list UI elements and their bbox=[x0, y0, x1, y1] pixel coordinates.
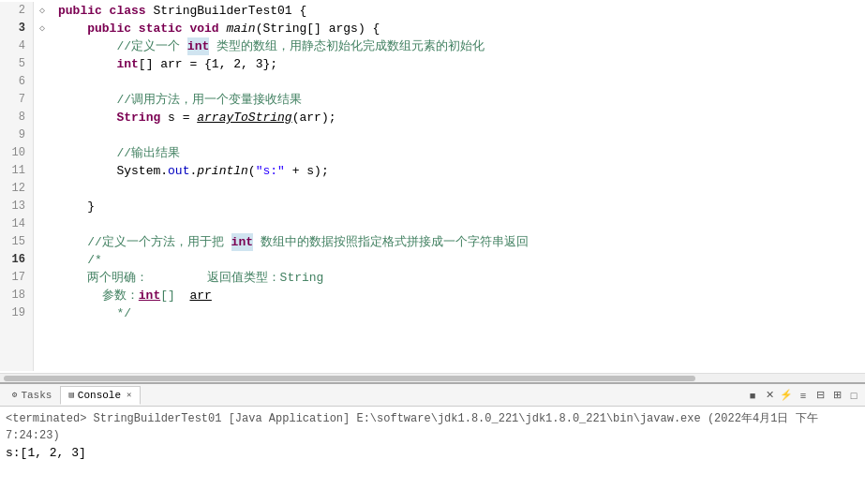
println-open: ( bbox=[248, 162, 256, 180]
method-arraytostring: arrayToString bbox=[197, 109, 291, 126]
comment-18b: [] bbox=[160, 287, 189, 304]
line-num-3: 3 bbox=[4, 20, 25, 37]
indent-8 bbox=[58, 109, 116, 126]
line-num-4: 4 bbox=[4, 37, 25, 55]
code-line-4: //定义一个 int 类型的数组，用静态初始化完成数组元素的初始化 bbox=[58, 37, 858, 55]
fold-arrow-16[interactable]: ◇ bbox=[34, 20, 51, 37]
code-line-5: int[] arr = {1, 2, 3}; bbox=[58, 55, 858, 73]
kw-public-3: public bbox=[87, 20, 139, 37]
console-output-text: s:[1, 2, 3] bbox=[6, 444, 859, 463]
comment-18a: 参数： bbox=[58, 287, 139, 304]
code-line-3: public static void main(String[] args) { bbox=[58, 20, 858, 37]
restore-button[interactable]: □ bbox=[846, 388, 861, 403]
kw-class: class bbox=[110, 2, 154, 20]
type-int: int bbox=[116, 55, 138, 73]
fold-arrow-3[interactable]: ◇ bbox=[34, 2, 51, 20]
tab-console[interactable]: ▤ Console ✕ bbox=[60, 386, 140, 405]
line-num-2: 2 bbox=[4, 2, 25, 20]
line-num-15: 15 bbox=[4, 233, 25, 251]
tasks-icon: ⚙ bbox=[12, 390, 17, 400]
arr-decl: [] arr = {1, 2, 3}; bbox=[139, 55, 277, 73]
tab-console-label: Console bbox=[78, 390, 121, 401]
editor-scrollbar-thumb[interactable] bbox=[4, 376, 695, 381]
console-terminated-text: <terminated> StringBuilderTest01 [Java A… bbox=[6, 410, 859, 444]
code-container: 2 3 4 5 6 7 8 9 10 11 12 13 14 15 16 17 … bbox=[0, 0, 865, 373]
line-num-18: 18 bbox=[4, 287, 25, 304]
main-params: (String[] args) { bbox=[256, 20, 380, 37]
method-main: main bbox=[226, 20, 255, 37]
keyword-int-15: int bbox=[231, 233, 253, 251]
tab-bar-right: ■ ✕ ⚡ ≡ ⊟ ⊞ □ bbox=[745, 388, 861, 403]
indent-11 bbox=[58, 162, 116, 180]
code-line-7: //调用方法，用一个变量接收结果 bbox=[58, 91, 858, 109]
line-numbers: 2 3 4 5 6 7 8 9 10 11 12 13 14 15 16 17 … bbox=[0, 2, 34, 371]
line-num-7: 7 bbox=[4, 91, 25, 109]
code-line-10: //输出结果 bbox=[58, 144, 858, 162]
code-line-16: /* bbox=[58, 251, 858, 269]
comment-15a: //定义一个方法，用于把 bbox=[58, 233, 231, 251]
line-num-9: 9 bbox=[4, 126, 25, 144]
close-brace-13: } bbox=[58, 198, 95, 215]
line-num-17: 17 bbox=[4, 269, 25, 287]
empty-6 bbox=[58, 73, 66, 91]
code-line-2: public class StringBuilderTest01 { bbox=[58, 2, 858, 20]
empty-12 bbox=[58, 180, 66, 198]
bottom-panel: ⚙ Tasks ▤ Console ✕ ■ ✕ ⚡ ≡ ⊟ ⊞ □ <termi… bbox=[0, 382, 865, 504]
param-arr: arr bbox=[189, 287, 211, 304]
keyword-int-highlighted: int bbox=[187, 37, 209, 55]
clear-button[interactable]: ≡ bbox=[796, 388, 811, 403]
line-num-16: 16 bbox=[4, 251, 25, 269]
s-decl: s = bbox=[168, 109, 197, 126]
code-line-9 bbox=[58, 126, 858, 144]
code-line-8: String s = arrayToString(arr); bbox=[58, 109, 858, 126]
indent-5 bbox=[58, 55, 116, 73]
system: System. bbox=[116, 162, 168, 180]
code-line-14 bbox=[58, 215, 858, 233]
code-content[interactable]: public class StringBuilderTest01 { publi… bbox=[51, 2, 865, 371]
arr-call: (arr); bbox=[292, 109, 336, 126]
empty-14 bbox=[58, 215, 66, 233]
code-line-19: */ bbox=[58, 304, 858, 322]
rerun-button[interactable]: ⚡ bbox=[779, 388, 794, 403]
line-num-11: 11 bbox=[4, 162, 25, 180]
editor-area: 2 3 4 5 6 7 8 9 10 11 12 13 14 15 16 17 … bbox=[0, 0, 865, 382]
code-line-18: 参数：int[] arr bbox=[58, 287, 858, 304]
minimize-button[interactable]: ⊟ bbox=[813, 388, 828, 403]
concat: + s); bbox=[285, 162, 329, 180]
comment-7: //调用方法，用一个变量接收结果 bbox=[58, 91, 302, 109]
type-string: String bbox=[116, 109, 168, 126]
kw-static: static bbox=[139, 20, 190, 37]
class-name: StringBuilderTest01 { bbox=[153, 2, 306, 20]
line-num-10: 10 bbox=[4, 144, 25, 162]
comment-19: */ bbox=[58, 304, 131, 322]
line-num-12: 12 bbox=[4, 180, 25, 198]
line-num-8: 8 bbox=[4, 109, 25, 126]
arrow-column: ◇ ◇ bbox=[34, 2, 51, 371]
stop-button[interactable]: ■ bbox=[745, 388, 760, 403]
line-num-5: 5 bbox=[4, 55, 25, 73]
tab-tasks[interactable]: ⚙ Tasks bbox=[4, 386, 60, 405]
type-int-18: int bbox=[139, 287, 160, 304]
console-content: <terminated> StringBuilderTest01 [Java A… bbox=[0, 407, 865, 504]
comment-15b: 数组中的数据按照指定格式拼接成一个字符串返回 bbox=[253, 233, 529, 251]
kw-public-2: public bbox=[58, 2, 110, 20]
code-line-13: } bbox=[58, 198, 858, 215]
maximize-button[interactable]: ⊞ bbox=[829, 388, 844, 403]
empty-9 bbox=[58, 126, 66, 144]
line-num-14: 14 bbox=[4, 215, 25, 233]
comment-16: /* bbox=[58, 251, 102, 269]
editor-scrollbar[interactable] bbox=[0, 373, 865, 382]
comment-10: //输出结果 bbox=[58, 144, 180, 162]
terminate-button[interactable]: ✕ bbox=[762, 388, 777, 403]
code-line-11: System.out.println("s:" + s); bbox=[58, 162, 858, 180]
console-close-icon[interactable]: ✕ bbox=[127, 390, 131, 400]
tab-tasks-label: Tasks bbox=[21, 390, 52, 401]
line-num-19: 19 bbox=[4, 304, 25, 322]
code-line-15: //定义一个方法，用于把 int 数组中的数据按照指定格式拼接成一个字符串返回 bbox=[58, 233, 858, 251]
line-num-6: 6 bbox=[4, 73, 25, 91]
code-line-12 bbox=[58, 180, 858, 198]
comment-4a: //定义一个 bbox=[58, 37, 187, 55]
code-line-17: 两个明确： 返回值类型：String bbox=[58, 269, 858, 287]
method-println: println bbox=[197, 162, 248, 180]
string-s: "s:" bbox=[256, 162, 285, 180]
